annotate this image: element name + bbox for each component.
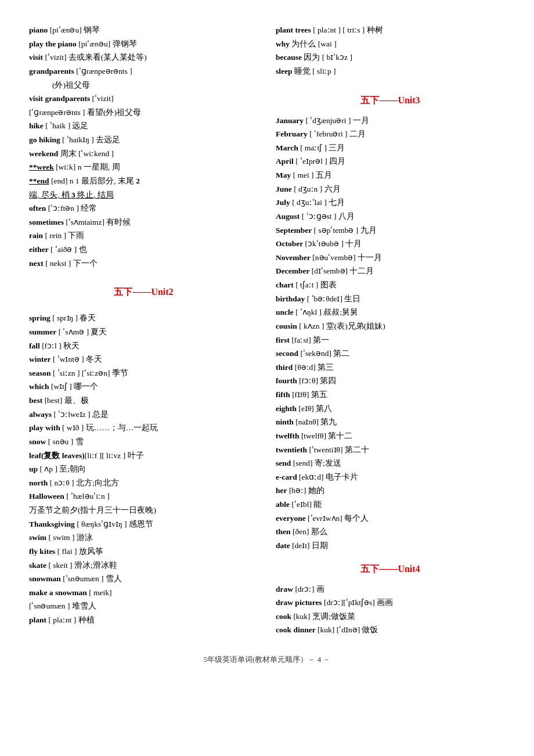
entry-snow: snow [ snəu ] 雪 [29,435,258,449]
entry-november: November [nəuˈvembə] 十一月 [276,251,505,265]
entry-because: because 因为 [ bɪˈkɔz ] [276,51,505,64]
entry-fall: fall [fɔːl ] 秋天 [29,339,258,353]
entry-ninth: ninth [naɪnθ] 第九 [276,415,505,429]
entry-best: best [best] 最、极 [29,394,258,408]
entry-third: third [θəːd] 第三 [276,361,505,375]
entry-twentieth: twentieth [ˈtwentiɪθ] 第二十 [276,443,505,457]
entry-june: June [ dʒuːn ] 六月 [276,182,505,196]
entry-draw: draw [drɔː] 画 [276,582,505,596]
entry-halloween: Halloween [ ˈhæləuˈiːn ] [29,489,258,503]
entry-week: **week [wiːk] n 一星期, 周 [29,160,258,174]
entry-september: September [ səpˈtembə ] 九月 [276,224,505,237]
entry-snowman: snowman [ˈsnəumæn ] 雪人 [29,572,258,586]
entry-which: which [wɪtʃ ] 哪一个 [29,380,258,394]
entry-january: January [ ˈdʒænjuəri ] 一月 [276,114,505,128]
entry-often: often [ˈɔːftən ] 经常 [29,201,258,215]
entry-everyone: everyone [ˈevrɪwʌn] 每个人 [276,512,505,525]
entry-go-hiking: go hiking [ ˈhaikɪŋ ] 去远足 [29,133,258,147]
entry-why: why 为什么 [wai ] [276,37,505,51]
right-column: plant trees [ plaːnt ] [ triːs ] 种树 why … [276,23,505,637]
entry-up: up [ ʌp ] 至;朝向 [29,462,258,476]
entry-rain: rain [ rein ] 下雨 [29,229,258,243]
entry-send: send [send] 寄;发送 [276,456,505,470]
entry-always: always [ ˈɔːlweɪz ] 总是 [29,408,258,422]
entry-spring: spring [ sprɪŋ ] 春天 [29,311,258,325]
entry-sleep: sleep 睡觉 [ sliːp ] [276,64,505,78]
section-unit2-title: 五下——Unit2 [29,286,258,298]
entry-piano: piano [piˈænəu] 钢琴 [29,23,258,37]
entry-swim: swim [ swim ] 游泳 [29,531,258,545]
entry-date: date [deɪt] 日期 [276,539,505,553]
entry-north: north [ nɔːθ ] 北方;向北方 [29,476,258,490]
entry-august: August [ ˈɔːɡəst ] 八月 [276,210,505,224]
entry-cook-dinner: cook dinner [kuk] [ˈdɪnə] 做饭 [276,623,505,637]
entry-april: April [ ˈeɪprəl ] 四月 [276,154,505,168]
entry-skate: skate [ skeit ] 滑冰;滑冰鞋 [29,559,258,573]
entry-grandparents: grandparents [ˈɡrænpeərənts ] [29,64,258,78]
entry-next: next [ nekst ] 下一个 [29,257,258,271]
section-unit4-title: 五下——Unit4 [276,563,505,575]
entry-cousin: cousin [ kʌzn ] 堂(表)兄弟(姐妹) [276,319,505,333]
entry-weekend: weekend 周末 [ˈwiːkend ] [29,147,258,161]
entry-october: October [ɔkˈtəubə ] 十月 [276,237,505,251]
entry-cook: cook [kuk] 烹调;做饭菜 [276,610,505,624]
entry-make-snowman2: [ˈsnəumæn ] 堆雪人 [29,599,258,613]
entry-either: either [ ˈaiðə ] 也 [29,243,258,257]
footer: 5年级英语单词(教材单元顺序）－ 4 － [29,654,505,665]
entry-birthday: birthday [ ˈbəːθdeɪ] 生日 [276,292,505,306]
entry-her: her [həː] 她的 [276,484,505,498]
entry-eighth: eighth [eɪθ] 第八 [276,402,505,416]
entry-fifth: fifth [fɪfθ] 第五 [276,388,505,402]
entry-sometimes: sometimes [ˈsʌmtaimz] 有时候 [29,215,258,229]
entry-thanksgiving: Thanksgiving [ θæŋksˈɡɪvɪŋ ] 感恩节 [29,517,258,531]
entry-hike: hike [ ˈhaik ] 远足 [29,119,258,133]
entry-uncle: uncle [ ˈʌŋkl ] 叔叔;舅舅 [276,305,505,319]
entry-twelfth: twelfth [twelfθ] 第十二 [276,429,505,443]
entry-fourth: fourth [fɔːθ] 第四 [276,374,505,388]
entry-may: May [ mei ] 五月 [276,168,505,182]
entry-second: second [ˈsekənd] 第二 [276,347,505,361]
entry-make-snowman: make a snowman [ meik] [29,586,258,600]
entry-february: February [ ˈfebruəri ] 二月 [276,127,505,141]
entry-able: able [ˈeɪbl] 能 [276,498,505,512]
entry-july: July [ dʒuːˈlai ] 七月 [276,196,505,210]
entry-end: **end [end] n 1 最后部分, 末尾 2 [29,174,258,188]
entry-summer: summer [ ˈsʌmə ] 夏天 [29,325,258,339]
entry-visit-grandparents2: [ˈɡrænpeərənts ] 看望(外)祖父母 [29,106,258,120]
entry-visit-grandparents: visit grandparents [ˈvizit] [29,92,258,106]
entry-fly-kites: fly kites [ flai ] 放风筝 [29,545,258,559]
entry-plant-trees: plant trees [ plaːnt ] [ triːs ] 种树 [276,23,505,37]
entry-then: then [ðen] 那么 [276,525,505,539]
entry-season: season [ ˈsiːzn ] [ˈsiːzən] 季节 [29,366,258,380]
entry-halloween-zh: 万圣节之前夕(指十月三十一日夜晚) [29,503,258,517]
entry-play-piano: play the piano [piˈænəu] 弹钢琴 [29,37,258,51]
entry-draw-pictures: draw pictures [drɔː][ˈpɪktʃəs] 画画 [276,596,505,610]
left-column: piano [piˈænəu] 钢琴 play the piano [piˈæn… [29,23,258,637]
entry-chart: chart [ tʃaːt ] 图表 [276,278,505,292]
entry-winter: winter [ ˈwɪntə ] 冬天 [29,352,258,366]
entry-march: March [ maːtʃ ] 三月 [276,141,505,155]
entry-first: first [faːst] 第一 [276,333,505,347]
entry-leaf: leaf(复数 leaves)[liːf ][ liːvz ] 叶子 [29,449,258,463]
page-container: piano [piˈænəu] 钢琴 play the piano [piˈæn… [29,23,505,637]
entry-ecard: e-card [ekɑːd] 电子卡片 [276,470,505,484]
section-unit3-title: 五下——Unit3 [276,95,505,107]
entry-plant: plant [ plaːnt ] 种植 [29,613,258,627]
entry-grandparents-zh: (外)祖父母 [29,78,258,92]
entry-play-with: play with [ wɪð ] 玩……；与…一起玩 [29,421,258,435]
entry-december: December [dɪˈsembə] 十二月 [276,264,505,278]
entry-visit: visit [ˈvizit] 去或来看(某人某处等) [29,51,258,64]
entry-end2: 端, 尽头, 梢 3 终止, 结局 [29,188,258,202]
